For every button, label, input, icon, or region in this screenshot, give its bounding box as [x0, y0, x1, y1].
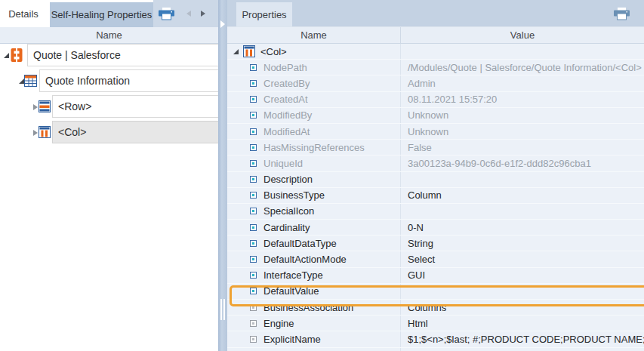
property-row-hasmissingreferences[interactable]: HasMissingReferences False — [227, 140, 644, 155]
property-type-icon — [251, 337, 256, 342]
tree-item-label: <Col> — [58, 126, 86, 138]
property-name: DefaultValue — [263, 285, 319, 297]
tree-item-label: <Row> — [58, 100, 91, 112]
property-row-defaultvalue[interactable]: DefaultValue — [227, 284, 644, 300]
column-header-name: Name — [227, 27, 400, 43]
property-row-createdat[interactable]: CreatedAt 08.11.2021 15:57:20 — [227, 92, 644, 108]
property-type-icon — [251, 65, 256, 70]
print-icon[interactable] — [159, 8, 174, 20]
property-type-icon — [251, 272, 256, 278]
property-row-modifiedby[interactable]: ModifiedBy Unknown — [227, 108, 644, 124]
property-value[interactable]: Select — [400, 251, 644, 266]
property-value[interactable]: Unknown — [400, 124, 644, 139]
property-value[interactable]: 0-N — [400, 220, 644, 235]
property-value[interactable] — [400, 172, 644, 187]
col-icon — [243, 45, 255, 57]
tab-self-healing-properties[interactable]: Self-Healing Properties — [50, 2, 153, 27]
property-value[interactable]: Admin — [400, 75, 644, 91]
property-row-createdby[interactable]: CreatedBy Admin — [227, 75, 644, 91]
tree-item-quote-salesforce[interactable]: Quote | Salesforce — [0, 44, 218, 66]
property-value[interactable]: 08.11.2021 15:57:20 — [400, 92, 644, 107]
property-row-businessassociation[interactable]: BusinessAssociation Columns — [227, 300, 644, 316]
property-value[interactable]: String — [400, 236, 644, 251]
tosca-properties-window: Details Self-Healing Properties Name Quo… — [0, 0, 644, 351]
property-type-icon — [251, 241, 256, 246]
property-value[interactable]: Column — [400, 188, 644, 203]
col-icon — [39, 126, 51, 138]
property-value[interactable]: False — [400, 140, 644, 155]
expand-collapse-icon[interactable] — [233, 49, 239, 54]
tree-item-quote-information[interactable]: Quote Information — [0, 69, 218, 92]
splitter-expand-icon[interactable] — [220, 20, 225, 28]
property-value[interactable]: GUI — [400, 268, 644, 283]
splitter-grip[interactable] — [220, 299, 222, 320]
property-row-description[interactable]: Description — [227, 172, 644, 188]
property-type-icon — [251, 81, 256, 86]
module-tree: Quote | Salesforce Quote Information <Ro… — [0, 44, 218, 351]
property-type-icon — [251, 321, 256, 326]
property-name: DefaultDataType — [263, 238, 337, 249]
property-type-icon — [251, 305, 256, 310]
table-icon — [24, 75, 37, 87]
property-value[interactable] — [400, 204, 644, 219]
property-value[interactable]: $1;$<n>;$last; #;PRODUCT CODE;PRODUCT NA… — [400, 331, 644, 346]
tree-name-column-header: Name — [0, 27, 218, 44]
tab-details[interactable]: Details — [0, 0, 47, 27]
property-row-engine[interactable]: Engine Html — [227, 316, 644, 331]
property-row-nodepath[interactable]: NodePath /Modules/Quote | Salesforce/Quo… — [227, 60, 644, 75]
property-name: NodePath — [263, 62, 307, 73]
properties-grid: <Col> NodePath /Modules/Quote | Salesfor… — [227, 44, 644, 351]
property-name: BusinessType — [263, 189, 325, 201]
panel-splitter[interactable] — [218, 0, 227, 351]
root-node-label: <Col> — [260, 46, 287, 57]
property-row-uniqueid[interactable]: UniqueId 3a00123a-94b9-0c6d-e1f2-ddd82c9… — [227, 155, 644, 171]
properties-grid-header: Name Value — [227, 27, 644, 44]
tree-item-col[interactable]: <Col> — [0, 121, 218, 143]
property-row-modifiedat[interactable]: ModifiedAt Unknown — [227, 124, 644, 140]
property-name: BusinessAssociation — [263, 302, 353, 313]
property-type-icon — [251, 288, 256, 294]
property-row-explicitname[interactable]: ExplicitName $1;$<n>;$last; #;PRODUCT CO… — [227, 331, 644, 347]
property-value[interactable]: /Modules/Quote | Salesforce/Quote Inform… — [400, 60, 644, 75]
print-icon[interactable] — [614, 8, 630, 20]
property-type-icon — [251, 97, 256, 102]
property-name: ExplicitName — [263, 334, 321, 345]
expand-collapse-icon[interactable] — [33, 104, 38, 110]
property-value[interactable]: Html — [400, 316, 644, 331]
property-type-icon — [251, 145, 256, 150]
left-tab-bar: Details Self-Healing Properties — [0, 0, 218, 27]
property-type-icon — [251, 257, 256, 262]
row-icon — [39, 100, 51, 112]
properties-tab-bar: Properties — [227, 0, 644, 27]
property-type-icon — [251, 112, 256, 118]
property-value[interactable]: 3a00123a-94b9-0c6d-e1f2-ddd82c96cba1 — [400, 155, 644, 171]
tree-item-row[interactable]: <Row> — [0, 95, 218, 118]
property-row-defaultactionmode[interactable]: DefaultActionMode Select — [227, 251, 644, 267]
property-name: ModifiedBy — [263, 109, 312, 121]
expand-collapse-icon[interactable] — [4, 53, 9, 58]
chevron-right-icon[interactable] — [201, 11, 205, 17]
tree-item-label: Quote Information — [45, 75, 130, 87]
property-row-cardinality[interactable]: Cardinality 0-N — [227, 220, 644, 236]
property-row-defaultdatatype[interactable]: DefaultDataType String — [227, 236, 644, 251]
expand-collapse-icon[interactable] — [33, 130, 38, 136]
root-node-value — [400, 44, 644, 59]
property-value[interactable]: Unknown — [400, 108, 644, 123]
property-type-icon — [251, 192, 256, 198]
property-name: Cardinality — [263, 222, 310, 233]
property-type-icon — [251, 208, 256, 214]
property-name: UniqueId — [263, 158, 303, 169]
property-row-specialicon[interactable]: SpecialIcon — [227, 204, 644, 220]
property-row-interfacetype[interactable]: InterfaceType GUI — [227, 268, 644, 284]
property-type-icon — [251, 129, 256, 134]
expand-collapse-icon[interactable] — [19, 79, 24, 84]
property-value[interactable]: Columns — [400, 300, 644, 315]
property-value[interactable] — [400, 284, 644, 299]
property-name: DefaultActionMode — [263, 254, 347, 265]
property-name: Description — [263, 174, 313, 185]
tab-properties[interactable]: Properties — [236, 2, 292, 26]
chevron-left-icon[interactable] — [186, 11, 191, 17]
property-row-businesstype[interactable]: BusinessType Column — [227, 188, 644, 204]
property-type-icon — [251, 225, 256, 230]
properties-root-row[interactable]: <Col> — [227, 44, 644, 60]
